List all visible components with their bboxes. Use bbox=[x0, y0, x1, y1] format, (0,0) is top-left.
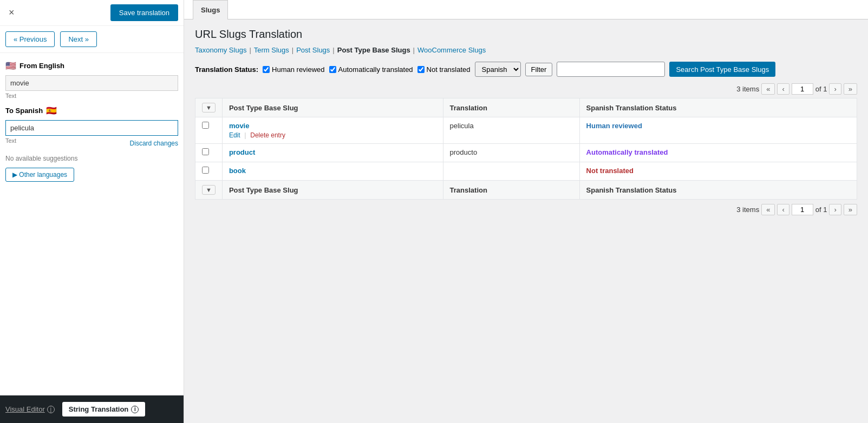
from-field-type: Text bbox=[5, 92, 178, 99]
footer-collapse-button[interactable]: ▼ bbox=[202, 185, 216, 195]
table-row: book Not translated bbox=[195, 162, 857, 181]
top-bar: × Save translation bbox=[0, 0, 184, 26]
status-column-header: Spanish Translation Status bbox=[579, 98, 857, 117]
of-pages-text: of 1 bbox=[815, 85, 827, 93]
search-input[interactable] bbox=[557, 62, 665, 77]
footer-collapse-cell: ▼ bbox=[195, 181, 223, 200]
to-label-text: To Spanish bbox=[5, 107, 43, 115]
human-reviewed-filter[interactable]: Human reviewed bbox=[263, 65, 325, 74]
bottom-next-page-button[interactable]: › bbox=[829, 204, 841, 215]
top-pagination: 3 items « ‹ of 1 › » bbox=[195, 83, 857, 95]
row-3-status: Not translated bbox=[586, 167, 634, 175]
search-button[interactable]: Search Post Type Base Slugs bbox=[669, 62, 775, 77]
bottom-items-count: 3 items bbox=[736, 206, 759, 214]
next-button[interactable]: Next » bbox=[60, 31, 97, 47]
woocommerce-slugs-link[interactable]: WooCommerce Slugs bbox=[417, 46, 486, 54]
main-content: URL Slugs Translation Taxonomy Slugs | T… bbox=[184, 19, 868, 227]
row-1-translation-cell: pelicula bbox=[443, 117, 579, 144]
slug-column-header: Post Type Base Slug bbox=[222, 98, 443, 117]
row-2-checkbox[interactable] bbox=[202, 148, 209, 155]
collapse-all-button[interactable]: ▼ bbox=[202, 103, 216, 113]
string-translation-label: String Translation bbox=[69, 405, 129, 413]
visual-editor-info-icon[interactable]: i bbox=[47, 406, 55, 413]
bottom-of-pages-text: of 1 bbox=[815, 206, 827, 214]
row-2-status: Automatically translated bbox=[586, 148, 668, 156]
string-translation-info-icon[interactable]: i bbox=[131, 406, 139, 413]
items-count: 3 items bbox=[736, 85, 759, 93]
auto-translated-checkbox[interactable] bbox=[329, 66, 336, 73]
filter-bar: Translation Status: Human reviewed Autom… bbox=[195, 62, 857, 77]
table-header-row: ▼ Post Type Base Slug Translation Spanis… bbox=[195, 98, 857, 117]
row-1-delete-link[interactable]: Delete entry bbox=[250, 131, 285, 139]
row-1-checkbox[interactable] bbox=[202, 122, 209, 129]
bottom-prev-page-button[interactable]: ‹ bbox=[777, 204, 789, 215]
tab-slugs[interactable]: Slugs bbox=[193, 0, 228, 19]
to-flag: 🇪🇸 bbox=[46, 105, 57, 116]
other-languages-button[interactable]: ▶ Other languages bbox=[5, 168, 74, 182]
tabs-bar: Slugs bbox=[184, 0, 868, 19]
table-footer-row: ▼ Post Type Base Slug Translation Spanis… bbox=[195, 181, 857, 200]
translation-column-header: Translation bbox=[443, 98, 579, 117]
row-2-slug-name[interactable]: product bbox=[229, 148, 436, 156]
page-input[interactable] bbox=[792, 83, 813, 95]
not-translated-checkbox[interactable] bbox=[417, 66, 425, 73]
no-suggestions-text: No available suggestions bbox=[5, 155, 178, 162]
bottom-last-page-button[interactable]: » bbox=[844, 204, 857, 215]
auto-translated-filter[interactable]: Automatically translated bbox=[329, 65, 413, 74]
row-checkbox-cell bbox=[195, 144, 223, 162]
row-3-status-cell: Not translated bbox=[579, 162, 857, 181]
next-page-button[interactable]: › bbox=[829, 83, 841, 95]
bottom-first-page-button[interactable]: « bbox=[761, 204, 775, 215]
row-3-checkbox[interactable] bbox=[202, 167, 209, 174]
bottom-page-input[interactable] bbox=[792, 204, 813, 215]
filter-button[interactable]: Filter bbox=[525, 63, 553, 76]
to-input[interactable] bbox=[5, 120, 178, 136]
sep-1: | bbox=[249, 46, 251, 54]
sep-4: | bbox=[413, 46, 415, 54]
visual-editor-label: Visual Editor bbox=[5, 405, 45, 413]
slugs-table: ▼ Post Type Base Slug Translation Spanis… bbox=[195, 98, 857, 200]
from-label: 🇺🇸 From English bbox=[5, 61, 178, 71]
right-panel: Slugs URL Slugs Translation Taxonomy Slu… bbox=[184, 0, 868, 423]
left-panel: × Save translation « Previous Next » 🇺🇸 … bbox=[0, 0, 184, 423]
from-input bbox=[5, 75, 178, 91]
row-checkbox-cell bbox=[195, 117, 223, 144]
field-actions: Text Discard changes bbox=[5, 136, 178, 150]
row-1-slug-name[interactable]: movie bbox=[229, 122, 436, 130]
not-translated-filter[interactable]: Not translated bbox=[417, 65, 471, 74]
bottom-pagination: 3 items « ‹ of 1 › » bbox=[195, 204, 857, 215]
string-translation-button[interactable]: String Translation i bbox=[62, 402, 146, 417]
row-2-translation-cell: producto bbox=[443, 144, 579, 162]
auto-translated-label: Automatically translated bbox=[338, 65, 413, 74]
human-reviewed-checkbox[interactable] bbox=[263, 66, 270, 73]
row-1-status: Human reviewed bbox=[586, 122, 642, 130]
row-1-edit-link[interactable]: Edit bbox=[229, 131, 240, 139]
taxonomy-slugs-link[interactable]: Taxonomy Slugs bbox=[195, 46, 246, 54]
term-slugs-link[interactable]: Term Slugs bbox=[254, 46, 289, 54]
save-translation-button[interactable]: Save translation bbox=[110, 4, 178, 21]
close-button[interactable]: × bbox=[5, 6, 18, 19]
row-3-translation-cell bbox=[443, 162, 579, 181]
post-slugs-link[interactable]: Post Slugs bbox=[296, 46, 330, 54]
previous-button[interactable]: « Previous bbox=[5, 31, 55, 47]
first-page-button[interactable]: « bbox=[761, 83, 775, 95]
row-3-slug-name[interactable]: book bbox=[229, 167, 436, 175]
last-page-button[interactable]: » bbox=[844, 83, 857, 95]
collapse-header: ▼ bbox=[195, 98, 223, 117]
nav-bar: « Previous Next » bbox=[0, 26, 184, 53]
row-1-actions: Edit | Delete entry bbox=[229, 131, 436, 139]
slug-links: Taxonomy Slugs | Term Slugs | Post Slugs… bbox=[195, 46, 857, 54]
row-1-status-cell: Human reviewed bbox=[579, 117, 857, 144]
from-label-text: From English bbox=[19, 62, 64, 70]
visual-editor-link[interactable]: Visual Editor i bbox=[5, 405, 55, 413]
footer-translation-header: Translation bbox=[443, 181, 579, 200]
discard-changes-button[interactable]: Discard changes bbox=[130, 140, 178, 147]
table-row: product producto Automatically translate… bbox=[195, 144, 857, 162]
language-select[interactable]: Spanish bbox=[475, 62, 521, 77]
row-checkbox-cell bbox=[195, 162, 223, 181]
row-1-slug-cell: movie Edit | Delete entry bbox=[222, 117, 443, 144]
row-3-slug-cell: book bbox=[222, 162, 443, 181]
prev-page-button[interactable]: ‹ bbox=[777, 83, 789, 95]
sep-2: | bbox=[292, 46, 293, 54]
human-reviewed-label: Human reviewed bbox=[272, 65, 325, 74]
